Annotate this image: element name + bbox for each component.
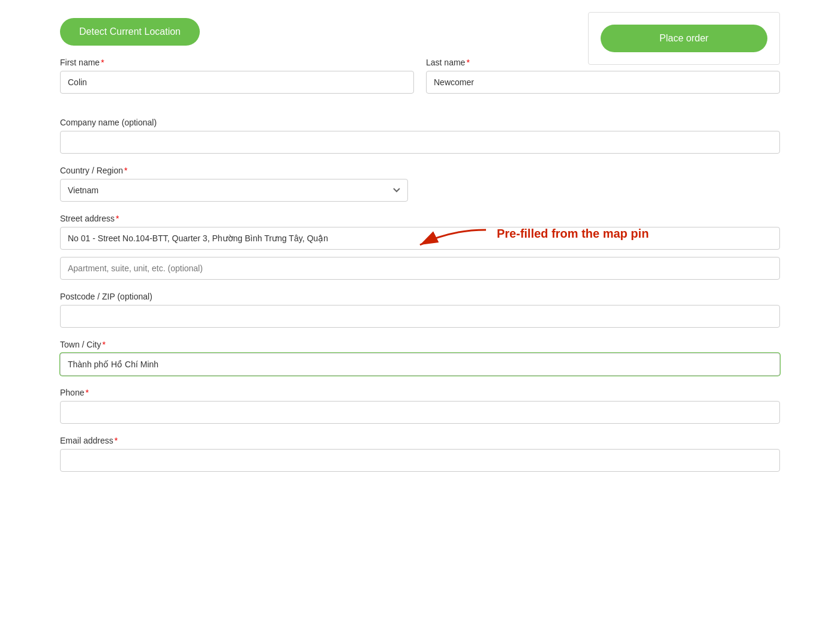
required-indicator: * <box>116 214 119 223</box>
company-name-label: Company name (optional) <box>60 118 780 127</box>
detect-location-button[interactable]: Detect Current Location <box>60 18 200 46</box>
postcode-label: Postcode / ZIP (optional) <box>60 292 780 301</box>
annotation-group: Pre-filled from the map pin <box>414 224 649 266</box>
town-city-group: Town / City* <box>60 340 780 376</box>
required-indicator: * <box>466 58 469 67</box>
place-order-button[interactable]: Place order <box>601 25 767 52</box>
phone-label: Phone* <box>60 388 780 397</box>
company-name-input[interactable] <box>60 131 780 154</box>
required-indicator: * <box>101 58 104 67</box>
first-name-label: First name* <box>60 58 414 67</box>
first-name-input[interactable] <box>60 71 414 94</box>
country-select[interactable]: Vietnam <box>60 179 408 202</box>
required-indicator: * <box>102 340 105 349</box>
annotation-text: Pre-filled from the map pin <box>497 227 649 241</box>
town-city-label: Town / City* <box>60 340 780 349</box>
page-container: Detect Current Location Place order Firs… <box>0 0 840 632</box>
first-name-group: First name* <box>60 58 414 94</box>
phone-group: Phone* <box>60 388 780 424</box>
country-group: Country / Region* Vietnam <box>60 166 780 202</box>
order-summary-box: Place order <box>588 12 780 65</box>
required-indicator: * <box>115 436 118 445</box>
required-indicator: * <box>85 388 88 397</box>
arrow-icon <box>414 224 492 266</box>
top-bar: Detect Current Location Place order <box>0 12 840 58</box>
required-indicator: * <box>124 166 127 175</box>
country-label: Country / Region* <box>60 166 780 175</box>
street-address-group: Street address* Pre-filled from the map … <box>60 214 780 280</box>
checkout-form: First name* Last name* Company name (opt… <box>0 58 840 472</box>
town-city-input[interactable] <box>60 353 780 376</box>
last-name-input[interactable] <box>426 71 780 94</box>
postcode-input[interactable] <box>60 305 780 328</box>
company-name-group: Company name (optional) <box>60 118 780 154</box>
email-group: Email address* <box>60 436 780 472</box>
street-address-wrapper: Pre-filled from the map pin <box>60 227 780 250</box>
email-input[interactable] <box>60 449 780 472</box>
phone-input[interactable] <box>60 401 780 424</box>
street-address-label: Street address* <box>60 214 780 223</box>
name-row: First name* Last name* <box>60 58 780 106</box>
postcode-group: Postcode / ZIP (optional) <box>60 292 780 328</box>
email-label: Email address* <box>60 436 780 445</box>
